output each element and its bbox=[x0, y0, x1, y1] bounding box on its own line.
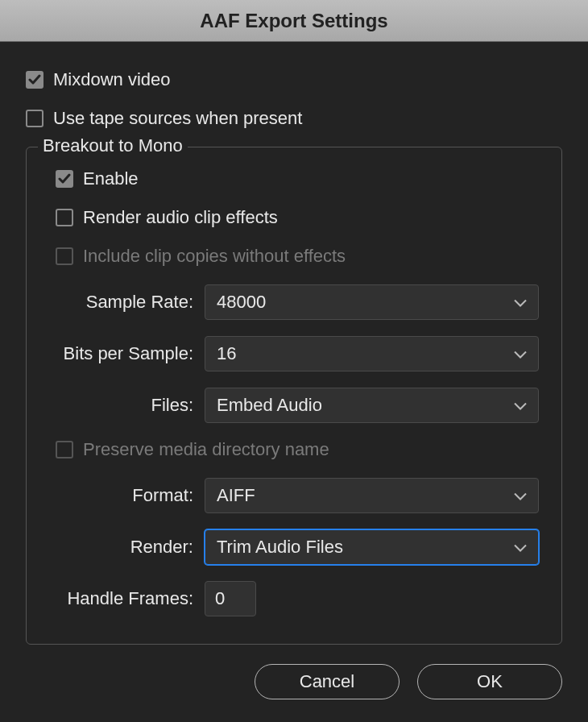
cancel-button[interactable]: Cancel bbox=[255, 664, 400, 699]
sample-rate-select[interactable]: 48000 bbox=[205, 284, 539, 320]
ok-button[interactable]: OK bbox=[417, 664, 562, 699]
use-tape-sources-label: Use tape sources when present bbox=[53, 108, 302, 129]
use-tape-sources-checkbox[interactable] bbox=[26, 110, 43, 127]
breakout-legend: Breakout to Mono bbox=[38, 135, 188, 156]
sample-rate-value: 48000 bbox=[217, 292, 266, 313]
use-tape-sources-row: Use tape sources when present bbox=[26, 108, 562, 129]
handle-frames-row: Handle Frames: 0 bbox=[56, 581, 539, 616]
enable-row: Enable bbox=[56, 168, 539, 189]
mixdown-video-checkbox[interactable] bbox=[26, 71, 43, 89]
cancel-button-label: Cancel bbox=[300, 671, 354, 692]
checkmark-icon bbox=[58, 172, 71, 185]
enable-checkbox[interactable] bbox=[56, 170, 73, 188]
dialog-content: Mixdown video Use tape sources when pres… bbox=[0, 42, 588, 645]
checkmark-icon bbox=[28, 73, 41, 86]
dialog-footer: Cancel OK bbox=[255, 664, 562, 699]
format-select[interactable]: AIFF bbox=[205, 478, 539, 513]
format-value: AIFF bbox=[217, 485, 255, 506]
render-label: Render: bbox=[56, 537, 205, 558]
format-row: Format: AIFF bbox=[56, 478, 539, 513]
handle-frames-value: 0 bbox=[215, 588, 225, 609]
preserve-dir-row: Preserve media directory name bbox=[56, 439, 539, 460]
mixdown-video-label: Mixdown video bbox=[53, 69, 171, 90]
include-copies-checkbox bbox=[56, 247, 73, 265]
sample-rate-row: Sample Rate: 48000 bbox=[56, 284, 539, 320]
aaf-export-settings-dialog: AAF Export Settings Mixdown video Use ta… bbox=[0, 0, 588, 722]
bits-per-sample-value: 16 bbox=[217, 343, 236, 364]
files-value: Embed Audio bbox=[217, 395, 322, 416]
render-value: Trim Audio Files bbox=[217, 537, 343, 558]
files-select[interactable]: Embed Audio bbox=[205, 388, 539, 423]
bits-per-sample-select[interactable]: 16 bbox=[205, 336, 539, 371]
chevron-down-icon bbox=[514, 300, 527, 308]
files-row: Files: Embed Audio bbox=[56, 388, 539, 423]
render-effects-label: Render audio clip effects bbox=[83, 207, 278, 228]
format-label: Format: bbox=[56, 485, 205, 506]
chevron-down-icon bbox=[514, 351, 527, 359]
breakout-fieldset: Breakout to Mono Enable Render audio cli… bbox=[26, 147, 562, 645]
ok-button-label: OK bbox=[477, 671, 503, 692]
bits-per-sample-label: Bits per Sample: bbox=[56, 343, 205, 364]
files-label: Files: bbox=[56, 395, 205, 416]
chevron-down-icon bbox=[514, 493, 527, 501]
render-effects-row: Render audio clip effects bbox=[56, 207, 539, 228]
sample-rate-label: Sample Rate: bbox=[56, 292, 205, 313]
chevron-down-icon bbox=[514, 545, 527, 553]
mixdown-video-row: Mixdown video bbox=[26, 69, 562, 90]
include-copies-label: Include clip copies without effects bbox=[83, 246, 346, 267]
render-effects-checkbox[interactable] bbox=[56, 209, 73, 226]
handle-frames-input[interactable]: 0 bbox=[205, 581, 256, 616]
preserve-dir-checkbox bbox=[56, 441, 73, 459]
preserve-dir-label: Preserve media directory name bbox=[83, 439, 329, 460]
include-copies-row: Include clip copies without effects bbox=[56, 246, 539, 267]
render-row: Render: Trim Audio Files bbox=[56, 529, 539, 565]
handle-frames-label: Handle Frames: bbox=[56, 588, 205, 609]
render-select[interactable]: Trim Audio Files bbox=[205, 529, 539, 565]
enable-label: Enable bbox=[83, 168, 139, 189]
dialog-title: AAF Export Settings bbox=[200, 10, 387, 32]
dialog-titlebar: AAF Export Settings bbox=[0, 0, 588, 42]
bits-per-sample-row: Bits per Sample: 16 bbox=[56, 336, 539, 371]
chevron-down-icon bbox=[514, 403, 527, 411]
